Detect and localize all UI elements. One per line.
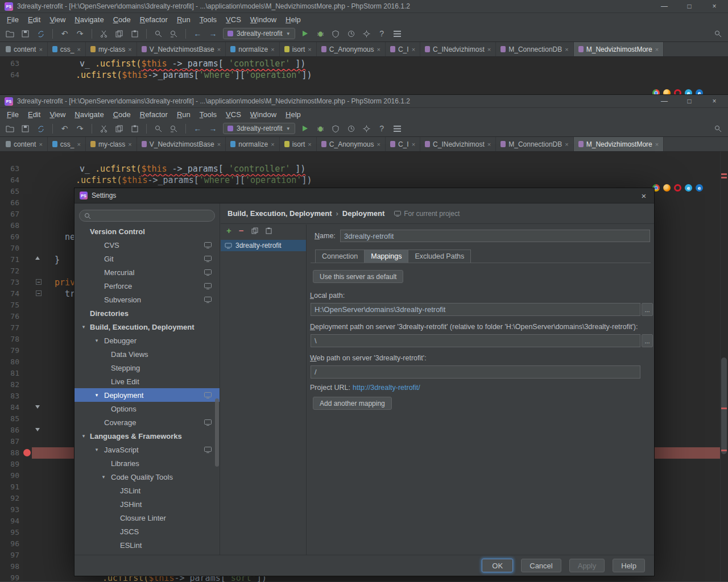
coverage-icon[interactable] xyxy=(330,28,341,39)
editor-tab[interactable]: M_ConnectionDB × xyxy=(496,42,574,56)
sync-icon[interactable] xyxy=(35,123,46,134)
run-configuration-select[interactable]: 3drealty-retrofit ▼ xyxy=(223,28,295,39)
tab-close-icon[interactable]: × xyxy=(655,46,659,53)
gutter-arrow-icon[interactable] xyxy=(35,405,40,409)
web-path-field[interactable] xyxy=(311,365,640,379)
close-button[interactable]: × xyxy=(710,95,719,108)
search-everywhere-icon[interactable] xyxy=(713,28,723,39)
remove-server-icon[interactable]: − xyxy=(239,227,244,235)
settings-tree-item[interactable]: ▾ Build, Execution, Deployment xyxy=(75,320,220,334)
settings-tree-item[interactable]: Coverage xyxy=(75,415,220,429)
editor-tab[interactable]: C_INedvizhimost × xyxy=(420,137,496,151)
menu-item[interactable]: Code xyxy=(109,14,135,25)
tab-close-icon[interactable]: × xyxy=(655,141,659,148)
minimize-button[interactable]: — xyxy=(660,95,669,108)
menu-item[interactable]: Help xyxy=(281,109,305,120)
line-number[interactable]: 81 xyxy=(0,368,19,379)
menu-item[interactable]: Run xyxy=(172,109,195,120)
line-number[interactable]: 77 xyxy=(0,322,19,334)
tab-close-icon[interactable]: × xyxy=(128,46,131,53)
line-number[interactable]: 63 xyxy=(0,58,19,69)
line-number[interactable]: 92 xyxy=(0,493,19,504)
tab-close-icon[interactable]: × xyxy=(412,141,415,148)
tab-close-icon[interactable]: × xyxy=(217,46,221,53)
editor-scrollbar[interactable] xyxy=(720,152,728,581)
help-icon[interactable]: ? xyxy=(377,123,387,134)
tree-scrollbar-thumb[interactable] xyxy=(215,398,219,467)
edge-icon[interactable]: e xyxy=(696,89,703,94)
line-number[interactable]: 99 xyxy=(0,572,19,582)
expand-arrow-icon[interactable]: ▾ xyxy=(80,324,88,330)
undo-icon[interactable]: ↶ xyxy=(59,28,70,39)
menu-item[interactable]: Refactor xyxy=(135,109,172,120)
redo-icon[interactable]: ↷ xyxy=(75,123,85,134)
editor-tab[interactable]: css_ × xyxy=(48,42,86,56)
line-number[interactable]: 98 xyxy=(0,561,19,572)
cut-icon[interactable] xyxy=(98,123,109,134)
editor-tab[interactable]: isort × xyxy=(280,137,317,151)
close-button[interactable]: × xyxy=(710,0,719,13)
line-number[interactable]: 70 xyxy=(0,243,19,254)
menu-item[interactable]: Navigate xyxy=(70,14,108,25)
cancel-button[interactable]: Cancel xyxy=(521,559,561,572)
editor-tab[interactable]: V_NedvizhimostBase × xyxy=(137,42,226,56)
gutter-arrow-icon[interactable] xyxy=(35,256,40,260)
editor-tab[interactable]: normalize × xyxy=(226,42,279,56)
menu-item[interactable]: Navigate xyxy=(70,109,108,120)
copy-icon[interactable] xyxy=(114,28,125,39)
editor-tab[interactable]: C_Anonymous × xyxy=(317,137,386,151)
tab-close-icon[interactable]: × xyxy=(217,141,221,148)
find-icon[interactable] xyxy=(153,28,164,39)
line-number[interactable]: 67 xyxy=(0,209,19,220)
error-stripe-mark[interactable] xyxy=(721,408,727,409)
expand-arrow-icon[interactable]: ▾ xyxy=(93,447,101,452)
sync-icon[interactable] xyxy=(35,28,46,39)
expand-arrow-icon[interactable]: ▾ xyxy=(80,433,88,439)
settings-tree-item[interactable]: Mercurial xyxy=(75,265,220,279)
menu-item[interactable]: Window xyxy=(246,109,281,120)
menu-item[interactable]: Tools xyxy=(195,109,221,120)
chrome-icon[interactable] xyxy=(652,89,660,94)
line-number[interactable]: 63 xyxy=(0,163,19,174)
settings-tree-item[interactable]: CVS xyxy=(75,238,220,252)
line-number[interactable]: 97 xyxy=(0,550,19,561)
settings-tree-item[interactable]: ▾ JavaScript xyxy=(75,443,220,456)
line-number[interactable]: 75 xyxy=(0,300,19,311)
forward-icon[interactable]: → xyxy=(208,28,218,39)
settings-tree-item[interactable]: Version Control xyxy=(75,225,220,238)
copy-icon[interactable] xyxy=(114,123,125,134)
fold-collapse-icon[interactable]: − xyxy=(36,290,42,296)
cut-icon[interactable] xyxy=(98,28,109,39)
server-list-item[interactable]: 3drealty-retrofit xyxy=(221,240,306,251)
settings-tree-item[interactable]: JSCS xyxy=(75,525,220,538)
replace-icon[interactable] xyxy=(168,123,179,134)
minimize-button[interactable]: — xyxy=(660,0,669,13)
undo-icon[interactable]: ↶ xyxy=(59,123,70,134)
save-icon[interactable] xyxy=(20,123,31,134)
ok-button[interactable]: OK xyxy=(482,559,513,572)
find-icon[interactable] xyxy=(153,123,164,134)
menu-item[interactable]: Help xyxy=(281,14,305,25)
settings-tree-item[interactable]: ▾ Debugger xyxy=(75,334,220,347)
firefox-icon[interactable] xyxy=(663,89,671,94)
tab-close-icon[interactable]: × xyxy=(39,141,42,148)
settings-tree-item[interactable]: Live Edit xyxy=(75,375,220,388)
name-field[interactable] xyxy=(340,230,650,242)
error-stripe-mark[interactable] xyxy=(721,173,727,175)
line-number[interactable]: 72 xyxy=(0,265,19,277)
line-number[interactable]: 93 xyxy=(0,504,19,516)
editor-tab[interactable]: isort × xyxy=(280,42,317,56)
settings-tree-item[interactable]: JSLint xyxy=(75,484,220,497)
maximize-button[interactable]: □ xyxy=(685,95,694,108)
line-number[interactable]: 82 xyxy=(0,379,19,390)
paste-icon[interactable] xyxy=(129,28,140,39)
line-number[interactable]: 90 xyxy=(0,470,19,481)
settings-tree-item[interactable]: ▾ Code Quality Tools xyxy=(75,470,220,484)
menu-item[interactable]: Code xyxy=(109,109,135,120)
menu-item[interactable]: Refactor xyxy=(135,14,172,25)
edge-icon[interactable]: e xyxy=(696,184,703,192)
line-number[interactable]: 74 xyxy=(0,288,19,300)
tab-close-icon[interactable]: × xyxy=(377,141,380,148)
run-configuration-select[interactable]: 3drealty-retrofit ▼ xyxy=(223,123,295,134)
menu-item[interactable]: File xyxy=(2,109,23,120)
